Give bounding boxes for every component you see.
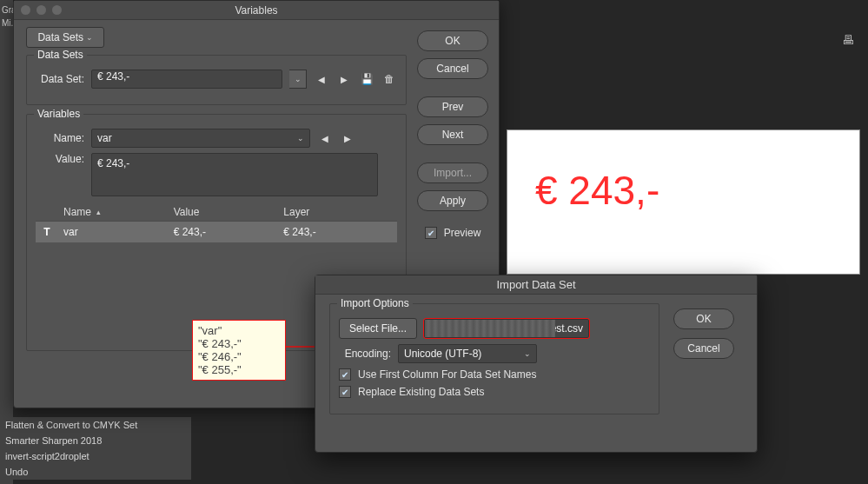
import-options-group: Import Options Select File... test.csv E… [329,303,659,414]
window-traffic-lights[interactable] [21,5,62,15]
encoding-label: Encoding: [339,348,391,360]
var-grid-header: Name▴ Value Layer [36,203,397,221]
data-sets-group: Data Sets Data Set: € 243,- ⌄ ◀ ▶ 💾 🗑 [26,55,407,105]
var-grid-row[interactable]: T var € 243,- € 243,- [36,221,397,242]
tab-selector-label: Data Sets [37,31,83,43]
delete-dataset-icon[interactable]: 🗑 [381,71,397,87]
strip-truncated-2: Mi... [0,17,13,30]
replace-existing-checkbox[interactable]: ✔ [339,386,351,398]
minimize-icon[interactable] [36,5,46,15]
group-legend: Import Options [337,297,413,309]
replace-existing-label: Replace Existing Data Sets [358,386,484,398]
ok-button[interactable]: OK [673,308,734,329]
document-canvas: € 243,- [507,130,859,274]
use-first-column-label: Use First Column For Data Set Names [358,368,536,381]
dialog-title: Variables [235,4,277,17]
encoding-select[interactable]: Unicode (UTF-8) ⌄ [398,344,537,363]
blurred-path [425,320,555,337]
selected-file-field[interactable]: test.csv [424,319,589,338]
var-value-label: Value: [36,153,84,165]
col-layer[interactable]: Layer [283,206,394,218]
data-set-label: Data Set: [36,73,84,85]
dialog-titlebar: Variables [14,1,499,20]
action-item[interactable]: Smarter Sharpen 2018 [0,433,191,448]
import-button[interactable]: Import... [417,162,488,183]
action-item[interactable]: Flatten & Convert to CMYK Set [0,417,191,433]
csv-line: "€ 255,-" [198,363,280,376]
data-set-input[interactable]: € 243,- [91,70,282,89]
next-dataset-icon[interactable]: ▶ [336,71,352,87]
group-legend: Variables [34,108,83,120]
var-name-value: var [97,132,112,144]
actions-panel-strip: Gradient M... Mi... [0,0,13,484]
var-name-label: Name: [36,132,84,144]
sort-asc-icon: ▴ [96,208,101,216]
select-file-button[interactable]: Select File... [339,318,417,339]
csv-line: "€ 246,-" [198,350,280,363]
actions-list: Flatten & Convert to CMYK Set Smarter Sh… [0,417,191,480]
csv-line: "var" [198,324,280,337]
prev-dataset-icon[interactable]: ◀ [314,71,329,87]
csv-preview-tooltip: "var" "€ 243,-" "€ 246,-" "€ 255,-" [192,320,286,381]
cancel-button[interactable]: Cancel [417,58,488,79]
col-name[interactable]: Name [63,206,91,218]
encoding-value: Unicode (UTF-8) [404,348,481,360]
row-name: var [63,226,174,238]
chevron-down-icon: ⌄ [83,33,93,42]
group-legend: Data Sets [34,49,87,61]
tab-selector[interactable]: Data Sets ⌄ [26,27,104,48]
ok-button[interactable]: OK [417,30,488,51]
apply-button[interactable]: Apply [417,190,488,211]
preview-checkbox[interactable]: ✔ [425,227,437,239]
var-name-select[interactable]: var ⌄ [91,129,310,148]
csv-line: "€ 243,-" [198,337,280,350]
panel-print-icon[interactable]: 🖶 [842,33,854,47]
chevron-down-icon: ⌄ [295,75,301,83]
cancel-button[interactable]: Cancel [673,338,734,359]
col-value[interactable]: Value [174,206,284,218]
chevron-down-icon: ⌄ [297,134,304,143]
dialog-title: Import Data Set [496,278,575,291]
data-set-dropdown-toggle[interactable]: ⌄ [289,70,307,89]
next-var-icon[interactable]: ▶ [340,130,355,146]
action-item[interactable]: Undo [0,464,191,480]
save-dataset-icon[interactable]: 💾 [359,71,374,87]
row-value: € 243,- [174,226,284,238]
import-data-set-dialog: Import Data Set Import Options Select Fi… [315,275,758,453]
use-first-column-checkbox[interactable]: ✔ [339,368,351,381]
zoom-icon[interactable] [52,5,62,15]
action-item[interactable]: invert-script2droplet [0,448,191,464]
close-icon[interactable] [21,5,30,15]
rendered-text-layer: € 243,- [535,167,659,214]
prev-var-icon[interactable]: ◀ [317,130,333,146]
prev-button[interactable]: Prev [417,96,488,117]
row-layer: € 243,- [283,226,394,238]
dialog-titlebar: Import Data Set [315,275,757,295]
strip-truncated-1: Gradient M... [0,3,13,17]
var-value-textarea[interactable]: € 243,- [91,153,378,196]
chevron-down-icon: ⌄ [524,349,531,358]
text-layer-icon: T [39,224,55,240]
next-button[interactable]: Next [417,124,488,145]
preview-label: Preview [444,227,481,239]
